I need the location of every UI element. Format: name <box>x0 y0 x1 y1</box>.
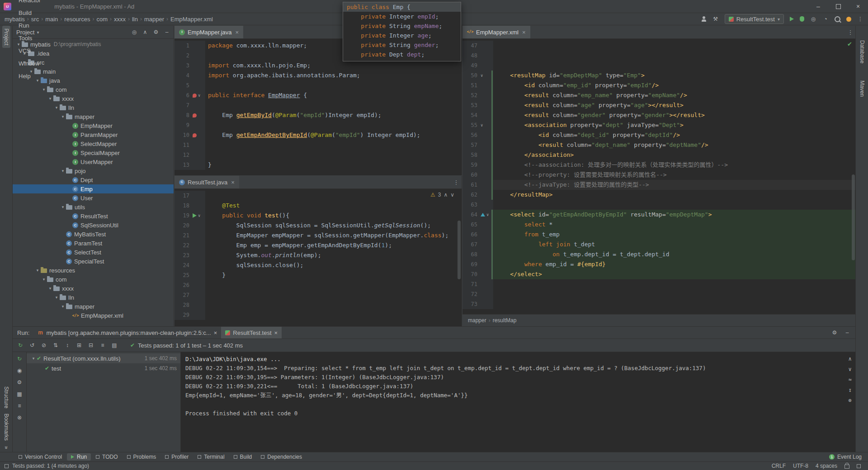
code-line[interactable]: 66 from t_emp <box>462 230 856 240</box>
project-tree-item[interactable]: SpecialMapper <box>13 148 174 157</box>
sort-by-duration-icon[interactable]: ↕ <box>64 342 71 348</box>
line-number[interactable]: 25 <box>175 270 193 280</box>
project-tree-item[interactable]: ParamTest <box>13 239 174 248</box>
code-line[interactable]: 69 where emp_id = #{empId} <box>462 259 856 269</box>
project-tree-item[interactable]: Dept <box>13 175 174 184</box>
project-tree-item[interactable]: ▾com <box>13 85 174 94</box>
line-number[interactable]: 48 <box>462 51 481 61</box>
line-number[interactable]: 6 <box>175 90 193 100</box>
tool-stripe-maven[interactable]: Maven <box>858 78 866 99</box>
line-number[interactable]: 51 <box>462 80 481 90</box>
line-number[interactable]: 59 <box>462 160 481 170</box>
line-number[interactable]: 67 <box>462 240 481 249</box>
code-line[interactable]: 18 @Test <box>175 201 462 211</box>
line-number[interactable]: 55 <box>462 120 481 130</box>
project-tree-item[interactable]: ▾xxxx <box>13 284 174 293</box>
tab-resulttest-java[interactable]: ResultTest.java × <box>175 176 239 188</box>
project-tree-item[interactable]: SelectMapper <box>13 139 174 148</box>
menu-refactor[interactable]: Refactor <box>15 0 45 6</box>
close-button[interactable]: × <box>848 0 868 13</box>
line-number[interactable]: 73 <box>462 299 481 309</box>
code-line[interactable]: 6∨public interface EmpMapper { <box>175 90 462 100</box>
line-number[interactable]: 2 <box>175 51 193 61</box>
code-line[interactable]: 72 <box>462 289 856 299</box>
clear-icon[interactable]: ⊗ <box>16 414 23 421</box>
line-number[interactable]: 68 <box>462 249 481 259</box>
tree-chevron-icon[interactable]: ▾ <box>41 277 47 282</box>
readonly-lock-icon[interactable] <box>844 465 849 469</box>
breadcrumb-item[interactable]: main <box>45 16 58 23</box>
breadcrumb-item[interactable]: lln <box>132 16 138 23</box>
stripe-more-button[interactable]: » <box>2 443 10 452</box>
collapse-all-icon[interactable]: ∧ <box>142 29 148 35</box>
test-tree-item[interactable]: ▾✔ResultTest (com.xxxx.lln.utils)1 sec 4… <box>27 353 180 363</box>
code-line[interactable]: 53 <result column="age" property="age"><… <box>462 100 856 110</box>
event-log-button[interactable]: 1 Event Log <box>829 454 868 460</box>
menu-window[interactable]: Window <box>15 57 45 70</box>
code-line[interactable]: 59 <!--aassociation: 处理多对一的映射关系（处理实体类类型的… <box>462 160 856 170</box>
toolwindow-button-profiler[interactable]: Profiler <box>161 453 193 461</box>
breadcrumb-item[interactable]: xxxx <box>114 16 126 23</box>
sort-alphabetically-icon[interactable]: ⇅ <box>52 342 59 348</box>
code-line[interactable]: 23 System.out.println(emp); <box>175 250 462 260</box>
watch-icon[interactable]: ◉ <box>16 367 23 374</box>
export-icon[interactable]: ▤ <box>111 342 118 348</box>
project-tree-item[interactable]: ▾mapper <box>13 302 174 311</box>
tab-options-icon[interactable]: ⋮ <box>451 176 462 188</box>
tool-window-switcher-icon[interactable] <box>5 464 9 468</box>
code-line[interactable]: 63 <box>462 200 856 210</box>
scroll-down-icon[interactable]: ∨ <box>847 366 853 372</box>
tree-chevron-icon[interactable]: ▾ <box>60 169 66 173</box>
line-number[interactable]: 65 <box>462 220 481 230</box>
line-number[interactable]: 17 <box>175 191 193 201</box>
tool-stripe-structure[interactable]: Structure <box>2 384 10 411</box>
menu-vcs[interactable]: VCS <box>15 44 45 57</box>
code-line[interactable]: 11 <box>175 140 462 150</box>
code-line[interactable]: 67 left join t_dept <box>462 240 856 249</box>
code-line[interactable]: 21 EmpMapper empMapper = sqlSession.getM… <box>175 230 462 240</box>
close-icon[interactable]: × <box>522 29 526 36</box>
line-number[interactable]: 7 <box>175 100 193 110</box>
toolwindow-button-build[interactable]: Build <box>230 453 256 461</box>
project-tree-item[interactable]: Emp <box>13 184 174 193</box>
hide-icon[interactable]: – <box>844 329 850 336</box>
project-tree-item[interactable]: ▾utils <box>13 202 174 212</box>
line-number[interactable]: 57 <box>462 140 481 150</box>
stop-icon[interactable]: ⊘ <box>41 342 47 348</box>
line-number[interactable]: 9 <box>175 120 193 130</box>
project-tree-item[interactable]: ▾resources <box>13 266 174 275</box>
breadcrumb-item[interactable]: mapper <box>144 16 164 23</box>
code-line[interactable]: 9 <box>175 120 462 130</box>
code-line[interactable]: 24 sqlSession.close(); <box>175 260 462 270</box>
tree-chevron-icon[interactable]: ▾ <box>60 205 66 209</box>
soft-wrap-icon[interactable]: ≈ <box>847 376 853 383</box>
project-tree-item[interactable]: EmpMapper.xml <box>13 311 174 320</box>
scroll-up-icon[interactable]: ∧ <box>847 356 853 362</box>
line-number[interactable]: 47 <box>462 41 481 51</box>
tree-chevron-icon[interactable]: ▾ <box>60 304 66 309</box>
test-tree-item[interactable]: ✔test1 sec 402 ms <box>27 363 180 373</box>
close-icon[interactable]: × <box>231 179 235 186</box>
fold-icon[interactable]: ∨ <box>486 210 489 220</box>
debug-icon[interactable] <box>800 16 804 22</box>
code-line[interactable]: 26 <box>175 280 462 290</box>
breadcrumb-item[interactable]: EmpMapper.xml <box>170 16 213 23</box>
code-line[interactable]: 60 <!--property: 设置需要处理映射关系的属性名--> <box>462 170 856 180</box>
line-number[interactable]: 71 <box>462 279 481 289</box>
project-tree-item[interactable]: ▾xxxx <box>13 94 174 103</box>
code-line[interactable]: 3import com.xxxx.lln.pojo.Emp; <box>175 61 462 70</box>
code-line[interactable]: 20 SqlSession sqlSession = SqlSessionUti… <box>175 221 462 230</box>
fold-icon[interactable]: ∨ <box>481 120 483 130</box>
locate-icon[interactable]: ◎ <box>131 29 137 35</box>
line-number[interactable]: 29 <box>175 310 193 320</box>
project-tree-item[interactable]: ResultTest <box>13 212 174 221</box>
tree-chevron-icon[interactable]: ▾ <box>53 105 60 110</box>
line-number[interactable]: 19 <box>175 211 193 221</box>
code-line[interactable]: 57 <result column="dept_name" property="… <box>462 140 856 150</box>
tab-options-icon[interactable]: ⋮ <box>845 26 856 38</box>
code-line[interactable]: 48 <box>462 51 856 61</box>
line-number[interactable]: 24 <box>175 260 193 270</box>
project-tree-item[interactable]: MyBatisTest <box>13 230 174 239</box>
run-console[interactable]: D:\Java\JDK\bin\java.exe ...DEBUG 02-22 … <box>181 352 856 452</box>
tree-chevron-icon[interactable]: ▾ <box>34 268 41 273</box>
